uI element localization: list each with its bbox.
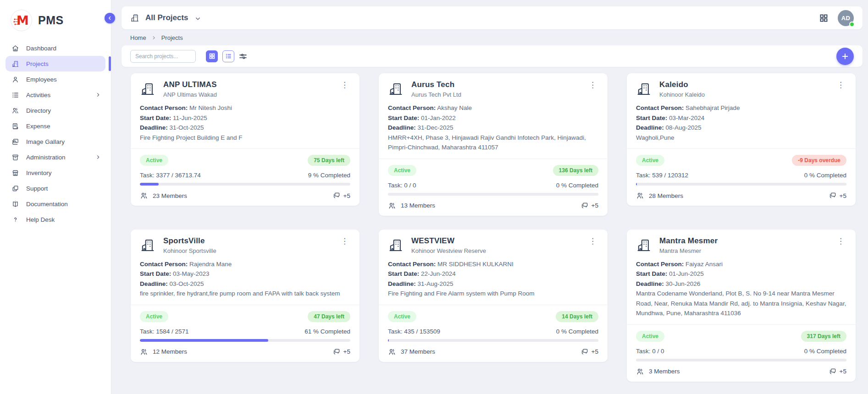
sidebar-item-help-desk[interactable]: Help Desk — [6, 212, 105, 227]
task-count: Task: 3377 / 36713.74 — [140, 172, 201, 179]
person-icon — [11, 76, 19, 83]
members-count: 12 Members — [153, 348, 187, 355]
project-card[interactable]: Kaleido Kohinoor Kaleido ⋮ Contact Perso… — [627, 73, 856, 206]
status-badge: Active — [636, 331, 664, 342]
buildings-icon — [388, 237, 404, 253]
project-subtitle: Aurus Tech Pvt Ltd — [411, 91, 579, 98]
sidebar-item-dashboard[interactable]: Dashboard — [6, 40, 105, 56]
sidebar-item-support[interactable]: Support — [6, 181, 105, 196]
project-card[interactable]: WESTVIEW Kohinoor Westview Reserve ⋮ Con… — [379, 230, 608, 362]
sidebar-item-label: Employees — [26, 76, 57, 83]
task-count: Task: 1584 / 2571 — [140, 328, 189, 335]
sidebar-item-documentation[interactable]: Documentation — [6, 196, 105, 212]
card-chat-button[interactable]: +5 — [581, 202, 598, 210]
card-menu-button[interactable]: ⋮ — [835, 80, 846, 90]
members-count: 28 Members — [649, 192, 683, 199]
percent-completed: 61 % Completed — [304, 328, 350, 335]
sidebar-item-expense[interactable]: Expense — [6, 118, 105, 134]
deadline-value: 31-Aug-2025 — [418, 280, 453, 287]
project-card[interactable]: SportsVille Kohinoor Sportsville ⋮ Conta… — [131, 230, 359, 362]
sidebar-item-employees[interactable]: Employees — [6, 71, 105, 87]
card-chat-button[interactable]: +5 — [581, 348, 598, 356]
book-icon — [11, 200, 19, 208]
days-badge: 75 Days left — [308, 155, 350, 166]
sidebar-item-activities[interactable]: Activities — [6, 87, 105, 103]
start-date-value: 03-May-2023 — [173, 270, 210, 277]
status-badge: Active — [140, 311, 168, 322]
card-menu-button[interactable]: ⋮ — [835, 236, 846, 246]
page-title: All Projects — [145, 13, 188, 22]
progress-fill — [388, 339, 389, 342]
chat-icon — [581, 348, 589, 356]
sidebar-item-label: Dashboard — [26, 45, 56, 52]
members-icon — [140, 348, 148, 356]
project-subtitle: Mantra Mesmer — [659, 247, 827, 254]
main-content: All Projects AD Home Projects — [111, 0, 868, 394]
percent-completed: 0 % Completed — [804, 348, 846, 355]
question-icon — [11, 216, 19, 224]
members-count: 13 Members — [401, 202, 435, 209]
chat-count: +5 — [840, 192, 846, 199]
grid-icon — [819, 13, 829, 23]
breadcrumb-home[interactable]: Home — [130, 34, 146, 41]
sidebar-item-label: Documentation — [26, 201, 68, 208]
contact-person-value: MR SIDDHESH KULKARNI — [437, 261, 514, 268]
progress-bar — [636, 183, 846, 186]
task-count: Task: 0 / 0 — [636, 348, 664, 355]
list-view-button[interactable] — [222, 50, 234, 62]
sidebar-item-directory[interactable]: Directory — [6, 103, 105, 118]
project-card[interactable]: Aurus Tech Aurus Tech Pvt Ltd ⋮ Contact … — [379, 73, 608, 216]
add-project-button[interactable] — [836, 48, 854, 65]
card-chat-button[interactable]: +5 — [829, 192, 846, 200]
progress-fill — [636, 183, 637, 186]
project-description: Mantra Codename Wonderland, Plot B, S. N… — [636, 289, 846, 318]
progress-bar — [636, 359, 846, 361]
list-view-icon — [225, 53, 232, 60]
sidebar-item-administration[interactable]: Administration — [6, 149, 105, 165]
start-date-value: 22-Jun-2024 — [421, 270, 456, 277]
buildings-icon — [140, 237, 155, 253]
breadcrumb-projects[interactable]: Projects — [161, 34, 183, 41]
contact-person-row: Contact Person: Rajendra Mane — [140, 259, 350, 269]
card-chat-button[interactable]: +5 — [332, 192, 350, 200]
card-menu-button[interactable]: ⋮ — [587, 80, 598, 90]
chevron-left-icon — [107, 16, 112, 21]
sidebar-item-inventory[interactable]: Inventory — [6, 165, 105, 181]
deadline-value: 03-Oct-2025 — [170, 280, 204, 287]
divider — [131, 148, 359, 149]
contact-person-row: Contact Person: Mr Nitesh Joshi — [140, 103, 350, 113]
project-card[interactable]: Mantra Mesmer Mantra Mesmer ⋮ Contact Pe… — [627, 230, 856, 382]
archive-icon — [11, 153, 19, 161]
chat-icon — [829, 367, 837, 376]
project-scope-dropdown[interactable]: All Projects — [130, 13, 201, 22]
progress-bar — [388, 339, 598, 342]
project-name: Kaleido — [659, 80, 827, 89]
card-menu-button[interactable]: ⋮ — [587, 236, 598, 246]
buildings-icon — [11, 60, 19, 68]
chat-count: +5 — [592, 202, 598, 209]
card-chat-button[interactable]: +5 — [332, 348, 350, 356]
card-menu-button[interactable]: ⋮ — [339, 236, 350, 246]
members-icon — [388, 348, 396, 356]
sidebar-item-label: Expense — [26, 123, 50, 130]
app-name: PMS — [38, 14, 64, 27]
sidebar-item-projects[interactable]: Projects — [6, 56, 105, 71]
grid-view-button[interactable] — [206, 50, 218, 62]
sidebar-item-label: Inventory — [26, 170, 52, 176]
progress-fill — [140, 339, 268, 342]
search-input[interactable] — [130, 50, 196, 63]
project-card[interactable]: ANP ULTIMAS ANP Ultimas Wakad ⋮ Contact … — [131, 73, 359, 206]
contact-person-value: Rajendra Mane — [189, 261, 232, 268]
deadline-row: Deadline: 30-Jun-2026 — [636, 279, 846, 289]
card-menu-button[interactable]: ⋮ — [339, 80, 350, 90]
card-chat-button[interactable]: +5 — [829, 367, 846, 376]
sidebar-item-label: Help Desk — [26, 216, 55, 223]
members-icon — [636, 192, 644, 200]
sidebar-item-label: Support — [26, 185, 48, 192]
sidebar-item-image-gallary[interactable]: Image Gallary — [6, 134, 105, 149]
sidebar-collapse-button[interactable] — [105, 13, 115, 23]
user-avatar[interactable]: AD — [838, 10, 854, 26]
filter-button[interactable] — [238, 52, 248, 61]
logo-mark: M — [11, 10, 32, 31]
apps-grid-button[interactable] — [819, 13, 829, 23]
